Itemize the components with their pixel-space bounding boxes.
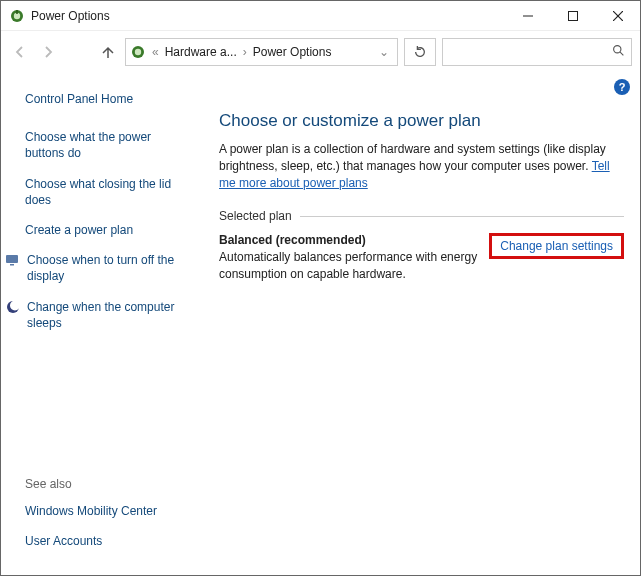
plan-title: Balanced (recommended) [219, 233, 479, 247]
forward-button[interactable] [37, 41, 59, 63]
maximize-button[interactable] [550, 1, 595, 31]
window-title: Power Options [31, 9, 110, 23]
chevron-down-icon[interactable]: ⌄ [375, 45, 393, 59]
plan-description: Automatically balances performance with … [219, 249, 479, 283]
chevron-right-icon: › [241, 45, 249, 59]
change-plan-settings-highlight: Change plan settings [489, 233, 624, 259]
search-box[interactable] [442, 38, 632, 66]
breadcrumb-prefix: « [150, 45, 161, 59]
page-description: A power plan is a collection of hardware… [219, 141, 624, 191]
search-input[interactable] [449, 45, 612, 59]
address-bar[interactable]: « Hardware a... › Power Options ⌄ [125, 38, 398, 66]
section-label: Selected plan [219, 209, 292, 223]
title-bar: Power Options [1, 1, 640, 31]
sidebar-item-label: Change when the computer sleeps [27, 299, 191, 331]
up-button[interactable] [97, 41, 119, 63]
svg-point-8 [135, 49, 141, 55]
page-heading: Choose or customize a power plan [219, 111, 624, 131]
sidebar-item-turn-off-display[interactable]: Choose when to turn off the display [5, 252, 191, 284]
sidebar-item-power-buttons[interactable]: Choose what the power buttons do [25, 129, 191, 161]
navigation-row: « Hardware a... › Power Options ⌄ [1, 31, 640, 73]
svg-point-9 [614, 46, 621, 53]
svg-rect-12 [10, 264, 14, 266]
sidebar-item-create-plan[interactable]: Create a power plan [25, 222, 191, 238]
selected-plan-section: Selected plan [219, 209, 624, 223]
control-panel-home-link[interactable]: Control Panel Home [25, 91, 191, 107]
plan-row: Balanced (recommended) Automatically bal… [219, 233, 624, 283]
see-also-label: See also [25, 477, 191, 491]
sidebar-item-closing-lid[interactable]: Choose what closing the lid does [25, 176, 191, 208]
back-button[interactable] [9, 41, 31, 63]
minimize-button[interactable] [505, 1, 550, 31]
search-icon [612, 44, 625, 60]
display-icon [5, 252, 21, 268]
main-panel: Choose or customize a power plan A power… [203, 73, 640, 575]
refresh-button[interactable] [404, 38, 436, 66]
svg-point-14 [10, 300, 20, 310]
sidebar-item-label: Choose when to turn off the display [27, 252, 191, 284]
breadcrumb-hardware[interactable]: Hardware a... [165, 45, 237, 59]
sidebar-item-sleep[interactable]: Change when the computer sleeps [5, 299, 191, 331]
desc-text: A power plan is a collection of hardware… [219, 142, 606, 173]
svg-rect-2 [16, 10, 18, 14]
breadcrumb-power-options[interactable]: Power Options [253, 45, 332, 59]
help-icon[interactable]: ? [614, 79, 630, 95]
svg-rect-4 [568, 11, 577, 20]
svg-line-10 [620, 52, 623, 55]
divider [300, 216, 624, 217]
power-options-icon [9, 8, 25, 24]
power-options-icon [130, 44, 146, 60]
see-also-mobility-center[interactable]: Windows Mobility Center [25, 503, 191, 519]
content-area: ? Control Panel Home Choose what the pow… [1, 73, 640, 575]
see-also-user-accounts[interactable]: User Accounts [25, 533, 191, 549]
change-plan-settings-link[interactable]: Change plan settings [500, 239, 613, 253]
sidebar: Control Panel Home Choose what the power… [1, 73, 203, 575]
close-button[interactable] [595, 1, 640, 31]
moon-icon [5, 299, 21, 315]
svg-rect-11 [6, 255, 18, 263]
